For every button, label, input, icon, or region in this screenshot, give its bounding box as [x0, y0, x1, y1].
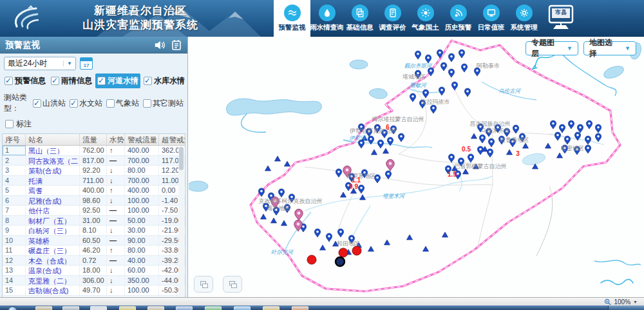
checkbox[interactable]	[5, 77, 13, 85]
table-row[interactable]: 8制材厂（五）31.00—50.00-19.00	[3, 216, 185, 226]
taskbar-app-tile[interactable]	[205, 306, 222, 310]
column-header-流量[interactable]: 流量	[80, 134, 107, 145]
alert-red-circle-marker[interactable]	[307, 255, 316, 264]
filter-预警信息[interactable]: 预警信息	[3, 73, 48, 88]
seq-cell: 7	[3, 206, 26, 215]
table-row[interactable]: 5焉耆400.00↑400.000.00	[3, 186, 185, 196]
checkbox[interactable]	[51, 77, 59, 85]
taskbar-app-tile[interactable]	[176, 306, 193, 310]
windows-taskbar[interactable]	[0, 305, 644, 310]
station-triangle-marker[interactable]	[284, 161, 290, 166]
table-row[interactable]: 2同古孜洛克（二）817.00—700.00117.00	[3, 156, 185, 166]
column-header-超警戒流量[interactable]: 超警戒流量	[159, 134, 185, 145]
map-select-label: 地图选择	[589, 37, 620, 59]
table-row[interactable]: 9白杨河（三）8.10↓30.00-21.90	[3, 226, 185, 236]
flow-cell: 18.00	[80, 266, 107, 275]
station-pin-marker[interactable]	[415, 51, 421, 59]
column-header-序号[interactable]: 序号	[3, 134, 26, 145]
annotate-checkbox-box[interactable]	[5, 120, 14, 128]
checkbox[interactable]	[33, 99, 41, 108]
river-label: 塔里木河	[383, 193, 404, 200]
station-triangle-marker[interactable]	[265, 166, 270, 171]
chevron-down-icon: ▼	[567, 45, 573, 52]
alert-red-circle-marker[interactable]	[339, 248, 348, 257]
region-label: 和田地区	[337, 240, 360, 248]
log-notepad-icon[interactable]	[171, 40, 182, 50]
tab-历史预警[interactable]: 历史预警	[442, 0, 475, 37]
audio-alert-icon[interactable]	[154, 40, 166, 50]
panel-restore-button-2[interactable]	[223, 276, 242, 293]
start-button[interactable]	[8, 306, 17, 310]
annotate-checkbox[interactable]: 标注	[0, 115, 187, 131]
table-row[interactable]: 6尼雅(合成)98.60↓100.00-1.40	[3, 196, 185, 206]
column-header-站名[interactable]: 站名	[26, 134, 80, 145]
table-row[interactable]: 10英雄桥60.50—90.00-29.50	[3, 236, 185, 246]
checkbox[interactable]	[70, 99, 78, 108]
region-label: 博尔塔拉蒙古自治州	[372, 115, 424, 124]
taskbar-app-tile[interactable]	[35, 306, 52, 310]
table-row[interactable]: 15吉勒德(合成)49.70↓100.00-50.30	[3, 286, 185, 296]
tab-预警监视[interactable]: 预警监视	[274, 0, 310, 37]
filter-雨情信息[interactable]: 雨情信息	[49, 73, 94, 88]
table-vertical-scrollbar[interactable]: ▼	[178, 146, 184, 306]
map-area[interactable]: 专题图层 ▼ 地图选择 ▼ 阿勒泰市塔城地区克拉玛依市博尔塔拉蒙古自治州伊犁哈萨…	[189, 37, 644, 297]
checkbox[interactable]	[97, 77, 106, 85]
thematic-layer-button[interactable]: 专题图层 ▼	[526, 41, 578, 55]
map-select-button[interactable]: 地图选择 ▼	[583, 41, 636, 55]
time-range-select[interactable]: 最近24小时 ▼	[4, 57, 76, 70]
tab-label: 基础信息	[346, 23, 374, 32]
column-header-水势[interactable]: 水势	[107, 134, 125, 145]
tab-基础信息[interactable]: 基础信息	[343, 0, 376, 37]
column-header-警戒流量[interactable]: 警戒流量	[125, 134, 159, 145]
taskbar-app-tile[interactable]	[62, 306, 79, 310]
alert-dark-circle-marker[interactable]	[336, 257, 345, 266]
tab-气象国土[interactable]: 气象国土	[409, 0, 442, 37]
taskbar-app-tile[interactable]	[234, 306, 251, 310]
filter-河道水情[interactable]: 河道水情	[95, 73, 140, 88]
taskbar-tray[interactable]	[608, 305, 644, 310]
station-triangle-marker[interactable]	[274, 156, 280, 161]
table-row[interactable]: 3策勒(合成)92.20↓80.0012.20	[3, 166, 185, 176]
taskbar-app-tile[interactable]	[119, 306, 136, 310]
tab-雨水情查询[interactable]: 雨水情查询	[310, 0, 343, 37]
table-row[interactable]: 13温泉(合成)18.00↓60.00-42.00	[3, 266, 185, 276]
trend-cell: —	[107, 156, 125, 166]
station-type-水文站[interactable]: 水文站	[70, 98, 102, 109]
table-row[interactable]: 1黑山（三）762.00↑400.00362.00	[3, 146, 185, 156]
trend-cell: ↓	[107, 166, 125, 175]
flow-cell: 49.70	[80, 286, 107, 295]
filter-水库水情[interactable]: 水库水情	[142, 73, 187, 88]
zoom-dropdown-arrow[interactable]: ▼	[633, 300, 638, 304]
sun-icon	[417, 5, 434, 21]
table-row[interactable]: 4托满711.00↓700.0011.00	[3, 176, 185, 186]
seq-cell: 4	[3, 176, 26, 186]
checkbox[interactable]	[106, 99, 115, 108]
flow-cell: 817.00	[80, 156, 107, 166]
table-row[interactable]: 14克里雅（二）306.00↓350.00-44.00	[3, 276, 185, 286]
taskbar-app-tile[interactable]	[263, 306, 279, 310]
taskbar-app-tile[interactable]	[292, 306, 308, 310]
panel-restore-button-1[interactable]	[194, 276, 213, 293]
tab-调查评价[interactable]: 调查评价	[376, 0, 409, 37]
table-row[interactable]: 11碾盘庄（三）46.20↑80.00-33.80	[3, 246, 185, 256]
warning-flow-cell: 90.00	[125, 236, 159, 246]
station-type-气象站[interactable]: 气象站	[106, 98, 139, 109]
station-name-cell: 制材厂（五）	[26, 216, 80, 226]
tab-系统管理[interactable]: 系统管理	[507, 0, 540, 37]
taskbar-app-tile[interactable]	[147, 306, 164, 310]
trend-cell: ↑	[107, 186, 125, 195]
checkbox[interactable]	[143, 99, 151, 108]
filter-label: 雨情信息	[61, 75, 92, 86]
checkbox[interactable]	[144, 77, 152, 85]
warning-flow-cell: 350.00	[125, 276, 159, 286]
taskbar-app-tile[interactable]	[90, 306, 107, 310]
table-row[interactable]: 12木垒（合成）0.72—40.00-39.28	[3, 256, 185, 266]
city-county-button[interactable]: 市县	[544, 4, 578, 34]
tab-日常值班[interactable]: 日常值班	[475, 0, 507, 37]
station-name-cell: 英雄桥	[26, 236, 80, 246]
table-row[interactable]: 7他什店92.50—100.00-7.50	[3, 206, 185, 216]
station-type-山洪站[interactable]: 山洪站	[33, 98, 66, 109]
magnifier-icon	[604, 298, 611, 305]
station-type-其它测站[interactable]: 其它测站	[143, 98, 184, 109]
calendar-button[interactable]: 17	[80, 57, 93, 70]
